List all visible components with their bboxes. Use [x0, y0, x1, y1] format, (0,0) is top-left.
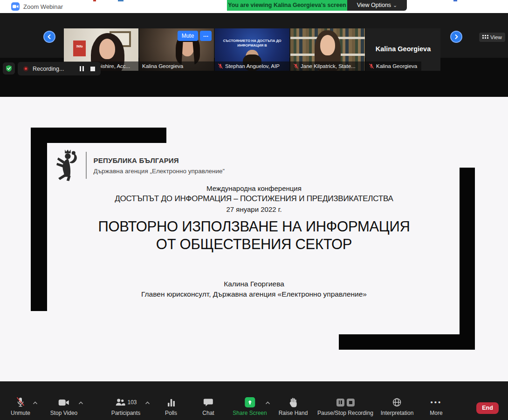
raise-hand-icon — [289, 397, 297, 407]
slide-title-line2: ОТ ОБЩЕСТВЕНИЯ СЕКТОР — [0, 236, 508, 253]
chevron-left-icon — [47, 34, 52, 40]
video-options-caret[interactable] — [78, 401, 83, 405]
zoom-webinar-window: Zoom Webinar You are viewing Kalina Geor… — [0, 0, 508, 420]
interpretation-label: Interpretation — [381, 410, 414, 416]
presenter-role: Главен юрисконсулт, Държавна агенция «Ел… — [0, 289, 508, 299]
share-screen-button[interactable]: Share Screen — [233, 396, 267, 416]
video-tile-jane-kilpatrick[interactable]: Jane Kilpatrick, State... — [290, 28, 365, 71]
logo-divider — [86, 152, 87, 179]
chevron-down-icon: ⌄ — [393, 2, 397, 8]
participant-name: Jane Kilpatrick, State... — [301, 63, 356, 69]
video-filmstrip: View !Nfo Helen Darbishire, Acc... Mute … — [0, 13, 508, 58]
video-camera-icon — [58, 399, 69, 406]
unmute-button[interactable]: Unmute — [11, 396, 30, 416]
presenter-name: Калина Георгиева — [0, 279, 508, 289]
participants-button[interactable]: 103 Participants — [111, 396, 141, 416]
presenter-block: Калина Георгиева Главен юрисконсулт, Дър… — [0, 279, 508, 299]
slide-corner-bar — [31, 128, 166, 143]
participant-name: Kalina Georgieva — [376, 63, 417, 69]
viewing-screen-banner: You are viewing Kalina Georgieva's scree… — [227, 0, 347, 11]
share-screen-icon — [245, 397, 255, 407]
mute-participant-button[interactable]: Mute — [178, 31, 198, 41]
participant-name-label: Kalina Georgieva — [366, 61, 421, 71]
pause-recording-button[interactable] — [336, 399, 344, 406]
background-window-sliver — [118, 0, 124, 1]
conference-line1: Международна конференция — [0, 184, 508, 192]
slide-corner-bar — [339, 334, 475, 350]
muted-mic-icon — [218, 63, 223, 69]
security-shield-icon — [5, 65, 13, 72]
stop-video-button[interactable]: Stop Video — [50, 396, 78, 416]
participants-options-caret[interactable] — [145, 401, 150, 405]
recording-indicator: Recording... — [18, 62, 101, 75]
participant-face — [320, 35, 335, 55]
participant-face — [99, 39, 115, 59]
audio-options-caret[interactable] — [33, 401, 38, 405]
pause-recording-icon[interactable] — [80, 66, 84, 71]
participants-icon — [115, 398, 125, 406]
zoom-app-icon — [11, 2, 20, 11]
participant-name-label: Kalina Georgieva — [139, 61, 214, 71]
participant-name-label: Jane Kilpatrick, State... — [290, 61, 365, 71]
interpretation-globe-icon — [392, 398, 402, 407]
unmute-label: Unmute — [11, 410, 30, 416]
participant-name-label: Stephan Anguelov, AIP — [215, 61, 289, 71]
view-options-label: View Options — [357, 2, 391, 8]
slide-title: ПОВТОРНО ИЗПОЛЗВАНЕ НА ИНФОРМАЦИЯ ОТ ОБЩ… — [0, 218, 508, 253]
agency-subtitle: Държавна агенция „Електронно управление” — [94, 168, 225, 175]
participant-display-name: Kalina Georgieva — [366, 45, 440, 53]
shared-screen-slide: РЕПУБЛИКА БЪЛГАРИЯ Държавна агенция „Еле… — [0, 97, 508, 381]
video-tile-kalina-georgieva[interactable]: Mute … Kalina Georgieva — [139, 28, 214, 71]
video-tile-stephan-anguelov[interactable]: СЪСТОЯНИЕТО НА ДОСТЪПА ДО ИНФОРМАЦИЯ В S… — [215, 28, 289, 71]
conference-date: 27 януари 2022 г. — [0, 205, 508, 213]
participants-label: Participants — [111, 410, 141, 416]
tile-more-options-button[interactable]: … — [200, 31, 212, 41]
grid-view-icon — [482, 35, 488, 40]
more-dots-icon: ••• — [431, 400, 442, 405]
previous-videos-button[interactable] — [43, 31, 55, 43]
view-options-button[interactable]: View Options⌄ — [347, 0, 407, 11]
chat-button[interactable]: Chat — [202, 396, 214, 416]
chat-bubble-icon — [203, 398, 213, 407]
window-title: Zoom Webinar — [23, 3, 63, 10]
participant-name: Stephan Anguelov, AIP — [225, 63, 280, 69]
security-button[interactable] — [3, 62, 15, 75]
polls-button[interactable]: Polls — [165, 396, 177, 416]
muted-mic-icon — [293, 63, 299, 69]
slide-title-line1: ПОВТОРНО ИЗПОЛЗВАНЕ НА ИНФОРМАЦИЯ — [0, 218, 508, 236]
recording-status-text: Recording... — [33, 66, 64, 72]
polls-bar-chart-icon — [166, 398, 175, 407]
share-screen-label: Share Screen — [233, 410, 267, 416]
end-meeting-button[interactable]: End — [476, 402, 499, 414]
stop-recording-button[interactable] — [346, 399, 354, 406]
pause-stop-recording-label: Pause/Stop Recording — [317, 410, 373, 416]
recording-dot-icon — [23, 66, 28, 71]
participant-name: Kalina Georgieva — [142, 63, 183, 69]
muted-mic-icon — [369, 63, 374, 69]
participants-count: 103 — [127, 399, 137, 406]
shared-slide-preview-text: СЪСТОЯНИЕТО НА ДОСТЪПА ДО ИНФОРМАЦИЯ В — [220, 39, 285, 48]
view-layout-button[interactable]: View — [479, 33, 505, 42]
conference-header: Международна конференция ДОСТЪПЪТ ДО ИНФ… — [0, 184, 508, 213]
next-videos-button[interactable] — [450, 31, 462, 43]
stop-video-label: Stop Video — [50, 410, 78, 416]
pause-stop-recording-control: Pause/Stop Recording — [317, 396, 373, 416]
raise-hand-button[interactable]: Raise Hand — [279, 396, 308, 416]
view-layout-label: View — [490, 34, 502, 40]
raise-hand-label: Raise Hand — [279, 410, 308, 416]
lion-coat-of-arms-icon — [51, 148, 80, 183]
more-button[interactable]: ••• More — [430, 396, 442, 416]
share-options-caret[interactable] — [265, 401, 270, 405]
background-window-sliver — [453, 0, 457, 1]
more-label: More — [430, 410, 442, 416]
interpretation-button[interactable]: Interpretation — [381, 396, 414, 416]
bulgaria-agency-logo: РЕПУБЛИКА БЪЛГАРИЯ Държавна агенция „Еле… — [51, 148, 225, 183]
chat-label: Chat — [202, 410, 214, 416]
access-info-poster: !Nfo — [73, 41, 86, 56]
background-window-sliver — [93, 0, 96, 1]
chevron-right-icon — [453, 34, 459, 40]
video-tile-kalina-georgieva-name-card[interactable]: Kalina Georgieva Kalina Georgieva — [366, 28, 440, 71]
conference-line2: ДОСТЪПЪТ ДО ИНФОРМАЦИЯ – ПОСТИЖЕНИЯ И ПР… — [0, 194, 508, 203]
muted-mic-icon — [16, 397, 25, 408]
stop-recording-icon[interactable] — [90, 67, 95, 71]
